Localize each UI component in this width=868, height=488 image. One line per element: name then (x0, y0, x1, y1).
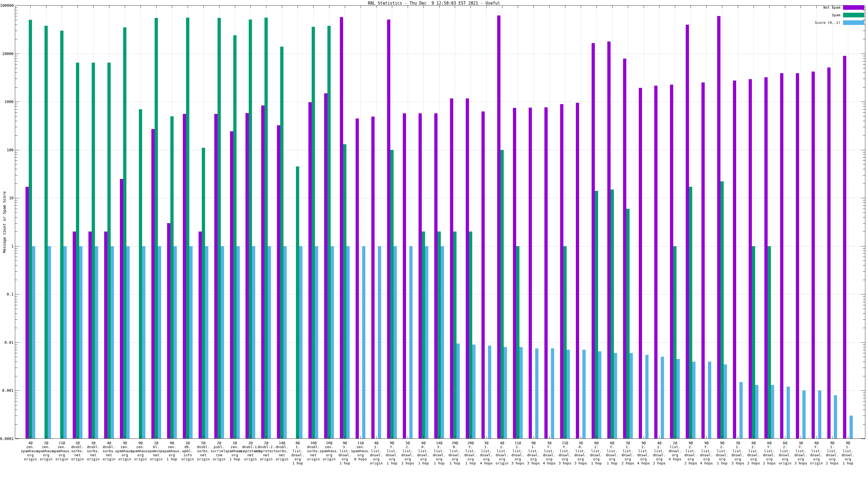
y-minor-tick (863, 73, 865, 73)
bar-spam (170, 116, 174, 438)
bar-not-spam (418, 113, 422, 438)
bar-score (535, 348, 538, 438)
y-major-tick (15, 438, 19, 439)
y-minor-tick (15, 213, 18, 213)
y-minor-tick (863, 61, 865, 61)
bar-score (252, 246, 255, 438)
bar-spam (249, 20, 252, 438)
y-minor-tick (863, 309, 865, 309)
y-minor-tick (863, 31, 865, 31)
bar-not-spam (371, 117, 375, 438)
bar-not-spam (183, 114, 186, 438)
bar-not-spam (387, 20, 390, 438)
y-minor-tick (863, 357, 865, 357)
x-tick-top (46, 6, 46, 8)
y-minor-tick (863, 200, 865, 200)
y-minor-tick (15, 280, 18, 280)
x-tick-top (439, 6, 439, 8)
bar-score (409, 246, 412, 438)
x-tick-top (753, 6, 754, 8)
y-minor-tick (863, 109, 865, 109)
bar-spam (328, 26, 331, 438)
bar-score (268, 246, 271, 438)
bar-not-spam (340, 17, 343, 438)
bar-spam (516, 246, 520, 438)
bar-score (205, 246, 208, 438)
x-tick-bottom (439, 436, 439, 438)
x-tick-bottom (235, 436, 235, 438)
bar-score (739, 382, 743, 438)
y-minor-tick (15, 416, 18, 416)
x-tick-top (518, 6, 518, 8)
x-tick-top (408, 6, 408, 8)
bar-score (504, 347, 507, 438)
x-tick-top (141, 6, 141, 8)
x-tick-bottom (204, 436, 204, 438)
y-minor-tick (15, 357, 18, 357)
y-minor-tick (15, 16, 18, 16)
x-tick-top (172, 6, 172, 8)
bar-score (425, 246, 428, 438)
bar-score (834, 395, 837, 438)
bar-score (111, 246, 114, 438)
bar-not-spam (560, 104, 563, 438)
y-major-tick (15, 294, 19, 294)
x-tick-bottom (125, 436, 125, 438)
y-tick-label: 0.0001 (0, 436, 13, 441)
bar-not-spam (717, 16, 720, 438)
bar-score (677, 359, 680, 438)
y-minor-tick (863, 353, 865, 353)
x-tick-top (345, 6, 345, 8)
bar-not-spam (623, 59, 626, 438)
y-minor-tick (15, 205, 18, 206)
bar-spam (107, 63, 111, 438)
y-minor-tick (863, 248, 865, 249)
x-tick-top (313, 6, 314, 8)
y-minor-tick (863, 202, 865, 203)
bar-not-spam (843, 56, 846, 438)
x-tick-bottom (848, 436, 848, 438)
y-major-tick (15, 54, 19, 54)
bar-score (299, 246, 303, 438)
y-minor-tick (15, 78, 18, 79)
bar-spam (29, 20, 32, 438)
x-tick-bottom (769, 436, 770, 438)
y-tick-label: 0.1 (0, 292, 13, 296)
bar-not-spam (764, 77, 768, 438)
bar-not-spam (403, 113, 406, 438)
legend-swatch-spam (843, 13, 864, 18)
x-group-label: 9@ 1. list. dnswl. org 1 hop (832, 441, 864, 465)
y-minor-tick (863, 319, 865, 320)
bar-not-spam (607, 41, 611, 438)
x-tick-top (644, 6, 644, 8)
bar-score (346, 246, 350, 438)
x-tick-top (675, 6, 675, 8)
x-tick-top (204, 6, 204, 8)
bar-score (582, 350, 586, 438)
bar-spam (689, 187, 692, 438)
y-minor-tick (15, 347, 18, 347)
y-minor-tick (863, 127, 865, 127)
legend-item-score: Score (0..1) (815, 20, 864, 25)
y-tick-label: 10 (0, 196, 13, 200)
y-tick-label: 100000 (0, 3, 13, 8)
bar-score (48, 246, 51, 438)
y-minor-tick (863, 205, 865, 206)
y-tick-label: 0.01 (0, 340, 13, 345)
x-tick-bottom (722, 436, 722, 438)
y-minor-tick (15, 271, 18, 272)
y-minor-tick (863, 345, 865, 345)
x-tick-top (612, 6, 613, 8)
bar-spam (265, 18, 268, 438)
y-minor-tick (15, 10, 18, 10)
bar-not-spam (796, 73, 799, 438)
x-tick-top (361, 6, 361, 8)
y-major-tick (861, 246, 865, 247)
bar-score (95, 246, 98, 438)
y-minor-tick (863, 56, 865, 56)
y-minor-tick (863, 296, 865, 297)
x-tick-bottom (706, 436, 707, 438)
bar-not-spam (214, 114, 218, 438)
y-minor-tick (863, 78, 865, 79)
bar-spam (453, 231, 457, 438)
